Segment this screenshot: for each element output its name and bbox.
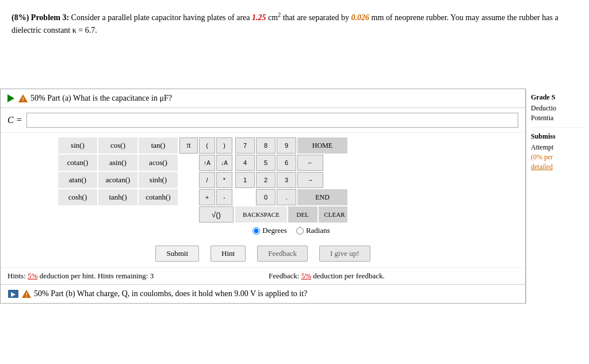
problem-label: Problem 3: xyxy=(31,13,69,22)
attempt-item: Attempt xyxy=(531,143,584,152)
tanh-button[interactable]: tanh() xyxy=(98,189,137,205)
paren-close-button[interactable]: ) xyxy=(216,137,232,154)
right-sidebar: Grade S Deductio Potentia Submiss Attemp… xyxy=(526,89,589,304)
sidebar-divider xyxy=(531,127,584,128)
problem-text3: that are separated by xyxy=(281,13,351,22)
empty-space4 xyxy=(179,206,198,223)
part-a-header: ! 50% Part (a) What is the capacitance i… xyxy=(1,89,525,108)
kappa-symbol: κ xyxy=(72,26,77,35)
hints-pct: 5% xyxy=(28,271,37,280)
submit-button[interactable]: Submit xyxy=(155,246,199,262)
num-8[interactable]: 8 xyxy=(256,137,276,154)
part-b-percent: 50% Part (b) xyxy=(34,289,75,298)
minus-button[interactable]: - xyxy=(216,189,232,205)
warning-icon-b: ! xyxy=(21,289,32,298)
num-row-3: 1 2 3 → xyxy=(235,172,347,188)
num-row-1: 7 8 9 HOME xyxy=(235,137,347,154)
pi-paren-row: π ( ) xyxy=(179,137,232,154)
sin-button[interactable]: sin() xyxy=(58,137,97,154)
problem-prefix: (8%) xyxy=(12,13,31,22)
detailed-link[interactable]: detailed xyxy=(531,163,584,171)
slash-button[interactable]: / xyxy=(199,172,215,188)
num-0[interactable]: 0 xyxy=(256,189,276,205)
backspace-button[interactable]: BACKSPACE xyxy=(235,206,287,223)
separation-value: 0.026 xyxy=(351,13,370,22)
giveup-button[interactable]: I give up! xyxy=(319,246,370,262)
paren-open-button[interactable]: ( xyxy=(199,137,215,154)
hints-prefix: Hints: xyxy=(7,271,28,280)
home-button[interactable]: HOME xyxy=(297,137,347,154)
part-a-percent: 50% Part (a) xyxy=(30,94,71,102)
down-arrow-button[interactable]: ↓A xyxy=(216,155,232,171)
svg-text:!: ! xyxy=(25,292,28,298)
hints-right: Feedback: 5% deduction per feedback. xyxy=(269,271,518,281)
num-2[interactable]: 2 xyxy=(256,172,276,188)
hints-row: Hints: 5% deduction per hint. Hints rema… xyxy=(1,267,525,284)
warning-icon: ! xyxy=(18,94,28,103)
submission-title: Submiss xyxy=(531,132,584,141)
star-button[interactable]: * xyxy=(216,172,232,188)
answer-input[interactable] xyxy=(26,113,518,128)
num-1[interactable]: 1 xyxy=(235,172,255,188)
cosh-button[interactable]: cosh() xyxy=(58,189,97,205)
potential-item: Potentia xyxy=(531,114,584,122)
input-row: C = xyxy=(1,108,525,133)
cos-button[interactable]: cos() xyxy=(98,137,137,154)
num-row-2: 4 5 6 ← xyxy=(235,155,347,171)
num-dot[interactable]: . xyxy=(277,189,296,205)
angle-mode-row: Degrees Radians xyxy=(235,224,347,237)
cotanh-button[interactable]: cotanh() xyxy=(139,189,178,205)
atan-button[interactable]: atan() xyxy=(58,172,97,188)
svg-text:▶: ▶ xyxy=(11,291,16,297)
right-arrow-button[interactable]: → xyxy=(297,172,323,188)
degrees-label[interactable]: Degrees xyxy=(253,226,287,235)
pct-item: (0% per xyxy=(531,153,584,162)
plus-button[interactable]: + xyxy=(199,189,215,205)
sinh-button[interactable]: sinh() xyxy=(139,172,178,188)
degrees-radio[interactable] xyxy=(253,227,260,235)
num-3[interactable]: 3 xyxy=(277,172,296,188)
part-b-icon: ▶ xyxy=(7,289,19,298)
tan-button[interactable]: tan() xyxy=(139,137,178,154)
part-b-label: 50% Part (b) What charge, Q, in coulombs… xyxy=(34,289,307,298)
problem-statement: (8%) Problem 3: Consider a parallel plat… xyxy=(0,0,589,43)
hint-button[interactable]: Hint xyxy=(211,246,246,262)
part-a-label: 50% Part (a) What is the capacitance in … xyxy=(30,94,172,103)
num-4[interactable]: 4 xyxy=(235,155,255,171)
clear-button[interactable]: CLEAR xyxy=(319,206,348,223)
degrees-text: Degrees xyxy=(262,226,287,235)
end-button[interactable]: END xyxy=(297,189,347,205)
acos-button[interactable]: acos() xyxy=(139,155,178,171)
radians-radio[interactable] xyxy=(296,227,304,235)
num-6[interactable]: 6 xyxy=(277,155,296,171)
part-a-question: What is the capacitance in μF? xyxy=(71,94,172,102)
feedback-button[interactable]: Feedback xyxy=(257,246,308,262)
problem-text2: cm xyxy=(266,13,278,22)
feedback-rest: deduction per feedback. xyxy=(311,271,385,280)
hints-left: Hints: 5% deduction per hint. Hints rema… xyxy=(7,271,257,281)
part-b-header: ▶ ! 50% Part (b) What charge, Q, in coul… xyxy=(1,284,525,303)
radians-label[interactable]: Radians xyxy=(296,226,330,235)
empty-space xyxy=(179,155,198,171)
acotan-button[interactable]: acotan() xyxy=(98,172,137,188)
op-row1: / * xyxy=(179,172,232,188)
problem-text1: Consider a parallel plate capacitor havi… xyxy=(69,13,252,22)
del-button[interactable]: DEL xyxy=(288,206,318,223)
play-icon[interactable] xyxy=(7,94,14,102)
num-row-4: 0 . END xyxy=(235,189,347,205)
pi-button[interactable]: π xyxy=(179,137,198,154)
asin-button[interactable]: asin() xyxy=(98,155,137,171)
sqrt-button[interactable]: √() xyxy=(199,206,234,223)
cotan-button[interactable]: cotan() xyxy=(58,155,97,171)
feedback-pct: 5% xyxy=(301,271,311,280)
num-9[interactable]: 9 xyxy=(277,137,296,154)
num-5[interactable]: 5 xyxy=(256,155,276,171)
area-value: 1.25 xyxy=(252,13,266,22)
arrow-row: ↑A ↓A xyxy=(179,155,232,171)
numpad-area: 7 8 9 HOME 4 5 6 ← 1 2 xyxy=(235,137,347,237)
empty-space3 xyxy=(179,189,198,205)
up-arrow-button[interactable]: ↑A xyxy=(199,155,215,171)
grade-title: Grade S xyxy=(531,93,584,102)
back-arrow-button[interactable]: ← xyxy=(297,155,323,171)
num-7[interactable]: 7 xyxy=(235,137,255,154)
